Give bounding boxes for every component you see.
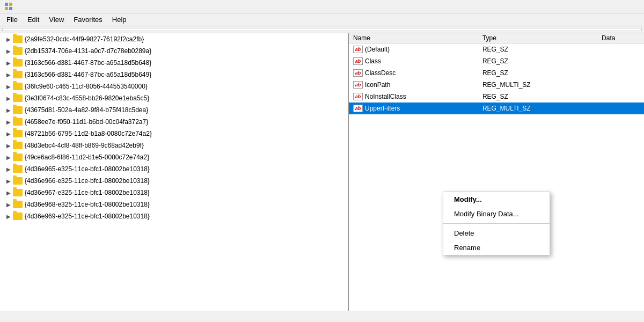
cell-type: REG_SZ xyxy=(478,91,597,103)
tree-item[interactable]: ▶ {49ce6ac8-6f86-11d2-b1e5-0080c72e74a2} xyxy=(0,151,348,163)
context-menu-item-rename[interactable]: Rename xyxy=(443,240,550,255)
tree-item[interactable]: ▶ {4d36e967-e325-11ce-bfc1-08002be10318} xyxy=(0,187,348,199)
tree-arrow-icon: ▶ xyxy=(4,35,13,43)
reg-value-icon: ab xyxy=(353,105,363,112)
folder-icon xyxy=(13,71,23,78)
value-name: UpperFilters xyxy=(365,105,400,112)
folder-icon xyxy=(13,165,23,173)
menu-item-file[interactable]: File xyxy=(2,14,22,25)
tree-arrow-icon: ▶ xyxy=(4,82,13,91)
col-name: Name xyxy=(349,33,478,43)
folder-icon xyxy=(13,201,23,208)
value-name: IconPath xyxy=(365,81,390,89)
folder-icon xyxy=(13,142,23,149)
tree-arrow-icon: ▶ xyxy=(4,165,13,173)
tree-item[interactable]: ▶ {4d36e965-e325-11ce-bfc1-08002be10318} xyxy=(0,163,348,175)
tree-label: {3163c566-d381-4467-87bc-a65a18d5b648} xyxy=(25,59,151,67)
left-pane[interactable]: ▶ {2a9fe532-0cdc-44f9-9827-76192f2ca2fb}… xyxy=(0,33,349,311)
tree-item[interactable]: ▶ {2db15374-706e-4131-a0c7-d7c78eb0289a} xyxy=(0,45,348,57)
tree-label: {4d36e969-e325-11ce-bfc1-08002be10318} xyxy=(25,213,150,220)
tree-arrow-icon: ▶ xyxy=(4,153,13,162)
tree-label: {3163c566-d381-4467-87bc-a65a18d5b649} xyxy=(25,71,151,78)
tree-item[interactable]: ▶ {4658ee7e-f050-11d1-b6bd-00c04fa372a7} xyxy=(0,116,348,128)
svg-rect-0 xyxy=(5,3,8,6)
tree-item[interactable]: ▶ {4d36e968-e325-11ce-bfc1-08002be10318} xyxy=(0,199,348,210)
tree-arrow-icon: ▶ xyxy=(4,188,13,197)
tree-item[interactable]: ▶ {3163c566-d381-4467-87bc-a65a18d5b649} xyxy=(0,69,348,80)
cell-name: ab ClassDesc xyxy=(349,67,478,79)
reg-value-icon: ab xyxy=(353,46,363,53)
value-name: (Default) xyxy=(365,46,390,53)
tree-label: {4d36e967-e325-11ce-bfc1-08002be10318} xyxy=(25,189,150,196)
table-row[interactable]: ab IconPath REG_MULTI_SZ xyxy=(349,79,644,91)
tree-label: {43675d81-502a-4a82-9f84-b75f418c5dea} xyxy=(25,106,148,114)
menu-item-edit[interactable]: Edit xyxy=(23,14,43,25)
svg-rect-1 xyxy=(9,3,12,6)
folder-icon xyxy=(13,177,23,185)
folder-icon xyxy=(13,189,23,196)
tree-arrow-icon: ▶ xyxy=(4,200,13,209)
tree-arrow-icon: ▶ xyxy=(4,94,13,103)
tree-item[interactable]: ▶ {36fc9e60-c465-11cf-8056-444553540000} xyxy=(0,80,348,92)
cell-data xyxy=(597,55,644,67)
tree-item[interactable]: ▶ {4d36e966-e325-11ce-bfc1-08002be10318} xyxy=(0,175,348,187)
tree-label: {4d36e965-e325-11ce-bfc1-08002be10318} xyxy=(25,165,150,173)
tree-item[interactable]: ▶ {43675d81-502a-4a82-9f84-b75f418c5dea} xyxy=(0,104,348,116)
title-bar xyxy=(0,0,644,13)
reg-value-icon: ab xyxy=(353,69,363,77)
app-icon xyxy=(4,2,13,11)
menu-bar: FileEditViewFavoritesHelp xyxy=(0,13,644,26)
right-pane[interactable]: Name Type Data ab (Default) REG_SZ ab Cl… xyxy=(349,33,644,311)
table-row[interactable]: ab Class REG_SZ xyxy=(349,55,644,67)
svg-rect-3 xyxy=(9,7,12,10)
tree-label: {4d36e968-e325-11ce-bfc1-08002be10318} xyxy=(25,201,150,208)
address-bar xyxy=(2,28,642,31)
cell-data xyxy=(597,79,644,91)
tree-item[interactable]: ▶ {4d36e969-e325-11ce-bfc1-08002be10318} xyxy=(0,210,348,222)
tree-item[interactable]: ▶ {48d3ebc4-4cf8-48ff-b869-9c68ad42eb9f} xyxy=(0,140,348,151)
cell-type: REG_MULTI_SZ xyxy=(478,79,597,91)
cell-type: REG_MULTI_SZ xyxy=(478,103,597,114)
cell-data xyxy=(597,67,644,79)
tree-item[interactable]: ▶ {2a9fe532-0cdc-44f9-9827-76192f2ca2fb} xyxy=(0,33,348,45)
cell-data xyxy=(597,103,644,114)
tree-arrow-icon: ▶ xyxy=(4,47,13,55)
folder-icon xyxy=(13,94,23,102)
tree-label: {4d36e966-e325-11ce-bfc1-08002be10318} xyxy=(25,177,150,185)
tree-item[interactable]: ▶ {3163c566-d381-4467-87bc-a65a18d5b648} xyxy=(0,57,348,69)
folder-icon xyxy=(13,106,23,114)
tree-label: {4658ee7e-f050-11d1-b6bd-00c04fa372a7} xyxy=(25,118,148,126)
cell-name: ab (Default) xyxy=(349,43,478,55)
folder-icon xyxy=(13,130,23,137)
tree-label: {49ce6ac8-6f86-11d2-b1e5-0080c72e74a2} xyxy=(25,153,149,161)
reg-value-icon: ab xyxy=(353,81,363,89)
tree-arrow-icon: ▶ xyxy=(4,106,13,114)
tree-arrow-icon: ▶ xyxy=(4,212,13,221)
folder-icon xyxy=(13,35,23,43)
tree-arrow-icon: ▶ xyxy=(4,177,13,185)
menu-item-help[interactable]: Help xyxy=(108,14,131,25)
context-menu-item-delete[interactable]: Delete xyxy=(443,226,550,240)
table-row[interactable]: ab UpperFilters REG_MULTI_SZ xyxy=(349,103,644,114)
tree-label: {48721b56-6795-11d2-b1a8-0080c72e74a2} xyxy=(25,130,152,137)
tree-label: {2db15374-706e-4131-a0c7-d7c78eb0289a} xyxy=(25,47,151,55)
tree-item[interactable]: ▶ {3e3f0674-c83c-4558-bb26-9820e1eba5c5} xyxy=(0,92,348,104)
folder-icon xyxy=(13,83,23,90)
context-menu-item-modify-binary-data---[interactable]: Modify Binary Data... xyxy=(443,207,550,221)
tree-label: {2a9fe532-0cdc-44f9-9827-76192f2ca2fb} xyxy=(25,35,144,43)
tree-arrow-icon: ▶ xyxy=(4,70,13,79)
folder-icon xyxy=(13,59,23,67)
context-menu-item-modify---[interactable]: Modify... xyxy=(443,192,550,207)
tree-item[interactable]: ▶ {48721b56-6795-11d2-b1a8-0080c72e74a2} xyxy=(0,128,348,140)
table-row[interactable]: ab (Default) REG_SZ xyxy=(349,43,644,55)
tree-label: {48d3ebc4-4cf8-48ff-b869-9c68ad42eb9f} xyxy=(25,142,144,149)
table-row[interactable]: ab ClassDesc REG_SZ xyxy=(349,67,644,79)
tree-arrow-icon: ▶ xyxy=(4,118,13,126)
menu-item-favorites[interactable]: Favorites xyxy=(69,14,106,25)
tree-arrow-icon: ▶ xyxy=(4,129,13,138)
cell-type: REG_SZ xyxy=(478,67,597,79)
value-name: ClassDesc xyxy=(365,69,396,77)
folder-icon xyxy=(13,153,23,161)
menu-item-view[interactable]: View xyxy=(45,14,68,25)
table-row[interactable]: ab NoInstallClass REG_SZ xyxy=(349,91,644,103)
